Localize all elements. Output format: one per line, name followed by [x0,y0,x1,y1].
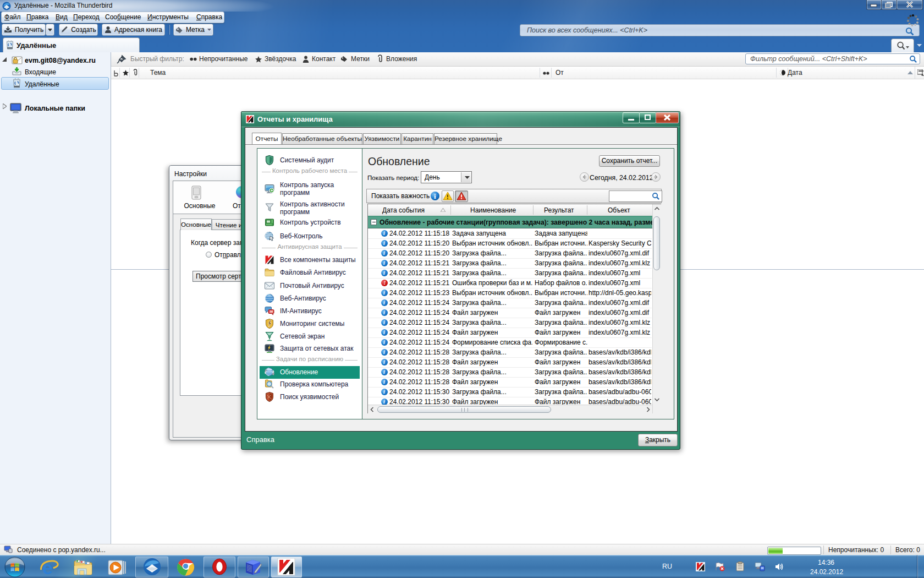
svg-text:IM: IM [270,310,273,313]
svg-text:i: i [434,192,436,200]
